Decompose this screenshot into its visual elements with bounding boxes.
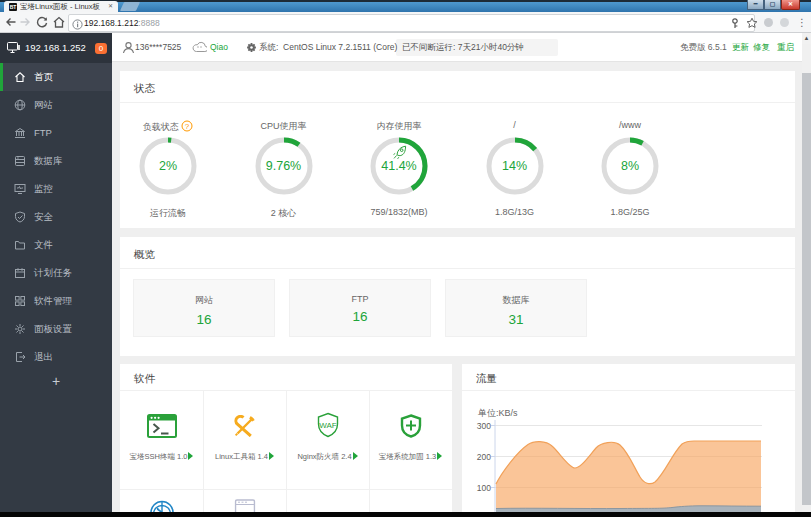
svg-text:300: 300	[477, 421, 491, 431]
svg-text:?: ?	[185, 122, 190, 131]
svg-text:100: 100	[477, 483, 491, 493]
svg-text:200: 200	[477, 452, 491, 462]
svg-text:WAF: WAF	[319, 421, 337, 430]
